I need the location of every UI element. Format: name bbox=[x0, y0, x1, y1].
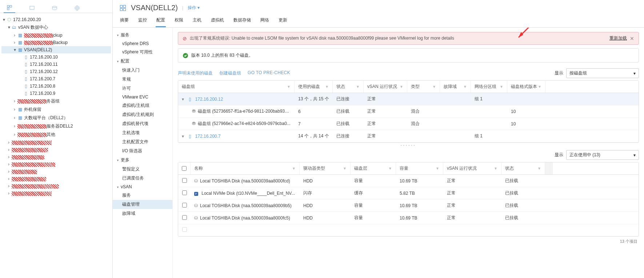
host-link[interactable]: 172.16.200.12 bbox=[195, 97, 223, 102]
tab-summary[interactable]: 摘要 bbox=[119, 14, 129, 27]
th-fmt[interactable]: 磁盘格式版本▼ bbox=[507, 81, 545, 93]
table-row[interactable]: ▾ ▯ 172.16.200.12 13 个，共 15 个 已连接 正常 组 1 bbox=[178, 93, 639, 105]
disk-show-select[interactable]: 正在使用中 (13)▾ bbox=[566, 150, 639, 160]
table-row[interactable]: ▾ ▯ 172.16.200.7 14 个，共 14 个 已连接 正常 组 1 bbox=[178, 130, 639, 142]
cfg-item[interactable]: vSphere 可用性 bbox=[113, 48, 172, 57]
tab-updates[interactable]: 更新 bbox=[278, 14, 288, 27]
cfg-group-config[interactable]: 配置 bbox=[113, 57, 172, 66]
table-row[interactable]: ⛁Local TOSHIBA Disk (naa.5000039aa8000fc… bbox=[178, 175, 639, 187]
filter-icon[interactable]: ▼ bbox=[400, 85, 403, 89]
th-vsan[interactable]: vSAN 运行状况▼ bbox=[364, 81, 407, 93]
tree-item-obscured[interactable]: › bbox=[1, 139, 111, 146]
cfg-item[interactable]: 故障域 bbox=[113, 209, 172, 218]
actions-menu[interactable]: 操作 ▾ bbox=[188, 5, 200, 11]
tree-dc[interactable]: ▾🗂vSAN 数据中心 bbox=[1, 23, 111, 32]
table-row[interactable]: F Local NVMe Disk (t10.NVMe____Dell_Ent_… bbox=[178, 187, 639, 200]
tree-item-obscured[interactable]: › bbox=[1, 161, 111, 168]
th-drive-type[interactable]: 驱动器类型▼ bbox=[300, 162, 351, 174]
th-net[interactable]: 网络分区组▼ bbox=[471, 81, 507, 93]
filter-icon[interactable]: ▼ bbox=[500, 85, 503, 89]
tree-item-obscured[interactable]: › bbox=[1, 175, 111, 182]
tab-permissions[interactable]: 权限 bbox=[174, 14, 184, 27]
th-state[interactable]: 状态▼ bbox=[333, 81, 364, 93]
cfg-group-services[interactable]: 服务 bbox=[113, 31, 172, 40]
show-select[interactable]: 按磁盘组▾ bbox=[566, 68, 639, 78]
filter-icon[interactable]: ▼ bbox=[388, 166, 392, 170]
tab-vms[interactable]: 虚拟机 bbox=[210, 14, 225, 27]
table-row[interactable]: ⛁Local TOSHIBA Disk (naa.5000039aa80009b… bbox=[178, 200, 639, 212]
tree-host[interactable]: ▯172.16.200.8 bbox=[1, 82, 111, 90]
filter-icon[interactable]: ▼ bbox=[537, 166, 541, 170]
row-checkbox[interactable] bbox=[182, 227, 187, 232]
tree-host[interactable]: ▯172.16.200.12 bbox=[1, 68, 111, 75]
tree-host[interactable]: ▯172.16.200.9 bbox=[1, 90, 111, 97]
tree-cluster-selected[interactable]: ▾▦VSAN(DELL2) bbox=[1, 46, 111, 53]
cfg-item[interactable]: I/O 筛选器 bbox=[113, 146, 172, 156]
cfg-item[interactable]: 常规 bbox=[113, 75, 172, 84]
tab-monitor[interactable]: 监控 bbox=[137, 14, 148, 27]
tree-cluster-obscured[interactable]: ›▦ckup bbox=[1, 32, 111, 39]
th-name[interactable]: 名称▼ bbox=[191, 162, 300, 174]
cfg-item[interactable]: 主机选项 bbox=[113, 128, 172, 137]
row-checkbox[interactable] bbox=[182, 178, 187, 183]
tree-item-obscured[interactable]: ›服务器DELL2 bbox=[1, 122, 111, 130]
cfg-group-more[interactable]: 更多 bbox=[113, 156, 172, 165]
th-used[interactable]: 使用的磁盘▼ bbox=[295, 81, 333, 93]
reload-link[interactable]: 重新加载 bbox=[609, 35, 627, 41]
th-type[interactable]: 类型▼ bbox=[407, 81, 440, 93]
network-tab-icon[interactable] bbox=[71, 3, 83, 13]
tree-item-obscured[interactable]: › bbox=[1, 146, 111, 153]
tree-item-obscured[interactable]: › bbox=[1, 182, 111, 190]
table-row[interactable] bbox=[178, 224, 639, 236]
th-tier[interactable]: 磁盘层▼ bbox=[351, 162, 396, 174]
cfg-item[interactable]: 虚拟机替代项 bbox=[113, 119, 172, 128]
filter-icon[interactable]: ▼ bbox=[287, 85, 291, 89]
select-all-checkbox[interactable] bbox=[182, 166, 187, 171]
tab-configure[interactable]: 配置 bbox=[156, 14, 166, 27]
cfg-item[interactable]: 警报定义 bbox=[113, 165, 172, 174]
expand-icon[interactable]: ▾ bbox=[182, 134, 186, 139]
th-state[interactable]: 状态▼ bbox=[501, 162, 545, 174]
cfg-item[interactable]: 虚拟机/主机规则 bbox=[113, 110, 172, 119]
cfg-item[interactable]: 许可 bbox=[113, 84, 172, 93]
tab-hosts[interactable]: 主机 bbox=[192, 14, 202, 27]
precheck-link[interactable]: GO TO PRE-CHECK bbox=[248, 70, 290, 76]
th-fault[interactable]: 故障域▼ bbox=[440, 81, 471, 93]
tree-vc[interactable]: ▾⬡172.16.200.20 bbox=[1, 16, 111, 23]
expand-icon[interactable]: ▾ bbox=[182, 97, 186, 102]
row-checkbox[interactable] bbox=[182, 215, 187, 220]
cfg-item[interactable]: 服务 bbox=[113, 191, 172, 200]
host-link[interactable]: 172.16.200.7 bbox=[195, 134, 221, 139]
table-row[interactable]: ⛃磁盘组 (52736657-ff1a-e76d-9811-200bab933f… bbox=[178, 105, 639, 118]
tree-item-obscured[interactable]: ›务器组 bbox=[1, 97, 111, 105]
row-checkbox[interactable] bbox=[182, 190, 187, 195]
tab-networks[interactable]: 网络 bbox=[260, 14, 270, 27]
claim-disks-link[interactable]: 声明未使用的磁盘 bbox=[178, 70, 213, 76]
filter-icon[interactable]: ▼ bbox=[432, 85, 436, 89]
tree-item-obscured[interactable]: ›其他 bbox=[1, 130, 111, 139]
filter-icon[interactable]: ▼ bbox=[436, 166, 439, 170]
filter-icon[interactable]: ▼ bbox=[325, 85, 329, 89]
row-checkbox[interactable] bbox=[182, 203, 187, 208]
tree-host[interactable]: ▯172.16.200.7 bbox=[1, 75, 111, 82]
th-vsan-health[interactable]: vSAN 运行状况▼ bbox=[443, 162, 501, 174]
th-capacity[interactable]: 容量▼ bbox=[396, 162, 443, 174]
cfg-item[interactable]: 主机配置文件 bbox=[113, 137, 172, 146]
close-icon[interactable]: ✕ bbox=[630, 36, 634, 41]
tree-item-obscured[interactable]: › bbox=[1, 168, 111, 175]
cfg-item[interactable]: 快速入门 bbox=[113, 66, 172, 75]
tree-item-obscured[interactable]: › bbox=[1, 153, 111, 161]
splitter-handle[interactable]: ▪▪▪▪▪▪ bbox=[178, 143, 639, 148]
tree-host[interactable]: ▯172.16.200.11 bbox=[1, 61, 111, 68]
filter-icon[interactable]: ▼ bbox=[463, 85, 467, 89]
create-diskgroup-link[interactable]: 创建磁盘组 bbox=[219, 70, 241, 76]
cfg-item[interactable]: vSphere DRS bbox=[113, 40, 172, 48]
table-row[interactable]: ⛃磁盘组 (527966e2-ac74-e824-b509-0979cba0..… bbox=[178, 118, 639, 130]
cfg-item-disk-mgmt[interactable]: 磁盘管理 bbox=[113, 200, 172, 209]
filter-icon[interactable]: ▼ bbox=[292, 166, 296, 170]
cfg-item[interactable]: 已调度任务 bbox=[113, 174, 172, 183]
vms-tab-icon[interactable] bbox=[26, 3, 38, 13]
tab-datastores[interactable]: 数据存储 bbox=[233, 14, 252, 27]
cfg-group-vsan[interactable]: vSAN bbox=[113, 183, 172, 191]
storage-tab-icon[interactable] bbox=[49, 3, 60, 13]
